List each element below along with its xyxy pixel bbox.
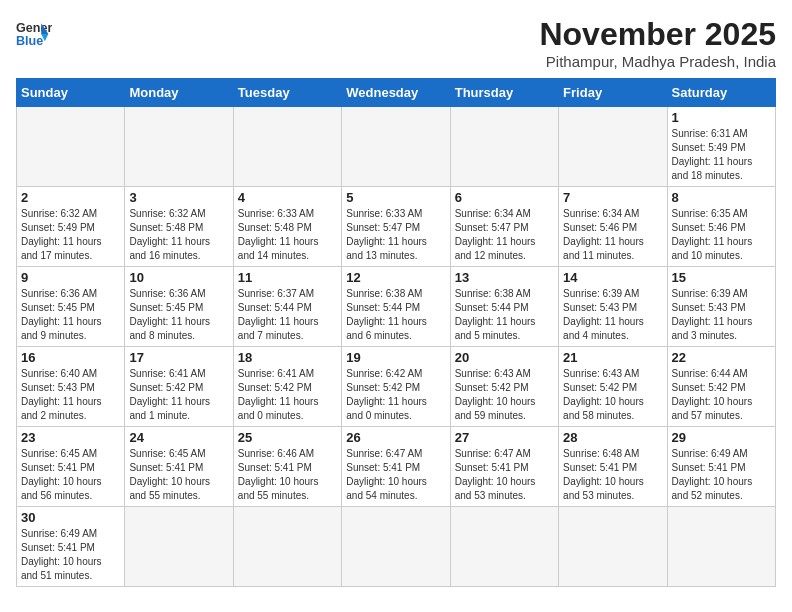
day-number: 27 (455, 430, 554, 445)
day-header-friday: Friday (559, 79, 667, 107)
calendar-table: SundayMondayTuesdayWednesdayThursdayFrid… (16, 78, 776, 587)
calendar-cell: 18Sunrise: 6:41 AM Sunset: 5:42 PM Dayli… (233, 347, 341, 427)
day-header-tuesday: Tuesday (233, 79, 341, 107)
day-info: Sunrise: 6:43 AM Sunset: 5:42 PM Dayligh… (563, 367, 662, 423)
day-info: Sunrise: 6:44 AM Sunset: 5:42 PM Dayligh… (672, 367, 771, 423)
day-number: 5 (346, 190, 445, 205)
calendar-cell: 8Sunrise: 6:35 AM Sunset: 5:46 PM Daylig… (667, 187, 775, 267)
calendar-cell (342, 107, 450, 187)
calendar-week-row: 30Sunrise: 6:49 AM Sunset: 5:41 PM Dayli… (17, 507, 776, 587)
day-info: Sunrise: 6:41 AM Sunset: 5:42 PM Dayligh… (238, 367, 337, 423)
calendar-cell (233, 107, 341, 187)
day-info: Sunrise: 6:47 AM Sunset: 5:41 PM Dayligh… (455, 447, 554, 503)
calendar-cell: 30Sunrise: 6:49 AM Sunset: 5:41 PM Dayli… (17, 507, 125, 587)
day-number: 21 (563, 350, 662, 365)
day-number: 19 (346, 350, 445, 365)
day-number: 17 (129, 350, 228, 365)
calendar-cell: 13Sunrise: 6:38 AM Sunset: 5:44 PM Dayli… (450, 267, 558, 347)
calendar-cell: 17Sunrise: 6:41 AM Sunset: 5:42 PM Dayli… (125, 347, 233, 427)
calendar-cell: 3Sunrise: 6:32 AM Sunset: 5:48 PM Daylig… (125, 187, 233, 267)
month-title: November 2025 (539, 16, 776, 53)
day-info: Sunrise: 6:35 AM Sunset: 5:46 PM Dayligh… (672, 207, 771, 263)
calendar-cell: 25Sunrise: 6:46 AM Sunset: 5:41 PM Dayli… (233, 427, 341, 507)
day-header-sunday: Sunday (17, 79, 125, 107)
day-info: Sunrise: 6:48 AM Sunset: 5:41 PM Dayligh… (563, 447, 662, 503)
calendar-cell (342, 507, 450, 587)
calendar-cell (17, 107, 125, 187)
day-info: Sunrise: 6:36 AM Sunset: 5:45 PM Dayligh… (21, 287, 120, 343)
day-number: 22 (672, 350, 771, 365)
calendar-cell: 27Sunrise: 6:47 AM Sunset: 5:41 PM Dayli… (450, 427, 558, 507)
logo: General Blue (16, 16, 52, 52)
day-number: 6 (455, 190, 554, 205)
day-number: 30 (21, 510, 120, 525)
day-number: 14 (563, 270, 662, 285)
day-number: 15 (672, 270, 771, 285)
day-info: Sunrise: 6:33 AM Sunset: 5:47 PM Dayligh… (346, 207, 445, 263)
logo-icon: General Blue (16, 16, 52, 52)
calendar-cell: 26Sunrise: 6:47 AM Sunset: 5:41 PM Dayli… (342, 427, 450, 507)
calendar-cell: 20Sunrise: 6:43 AM Sunset: 5:42 PM Dayli… (450, 347, 558, 427)
calendar-cell: 22Sunrise: 6:44 AM Sunset: 5:42 PM Dayli… (667, 347, 775, 427)
calendar-cell (125, 507, 233, 587)
day-number: 7 (563, 190, 662, 205)
calendar-cell: 7Sunrise: 6:34 AM Sunset: 5:46 PM Daylig… (559, 187, 667, 267)
calendar-cell: 11Sunrise: 6:37 AM Sunset: 5:44 PM Dayli… (233, 267, 341, 347)
day-info: Sunrise: 6:37 AM Sunset: 5:44 PM Dayligh… (238, 287, 337, 343)
day-number: 20 (455, 350, 554, 365)
calendar-cell: 21Sunrise: 6:43 AM Sunset: 5:42 PM Dayli… (559, 347, 667, 427)
day-info: Sunrise: 6:46 AM Sunset: 5:41 PM Dayligh… (238, 447, 337, 503)
day-info: Sunrise: 6:47 AM Sunset: 5:41 PM Dayligh… (346, 447, 445, 503)
calendar-cell: 9Sunrise: 6:36 AM Sunset: 5:45 PM Daylig… (17, 267, 125, 347)
calendar-cell: 5Sunrise: 6:33 AM Sunset: 5:47 PM Daylig… (342, 187, 450, 267)
day-header-saturday: Saturday (667, 79, 775, 107)
day-number: 29 (672, 430, 771, 445)
day-info: Sunrise: 6:33 AM Sunset: 5:48 PM Dayligh… (238, 207, 337, 263)
calendar-cell (450, 507, 558, 587)
day-number: 23 (21, 430, 120, 445)
day-number: 16 (21, 350, 120, 365)
calendar-week-row: 1Sunrise: 6:31 AM Sunset: 5:49 PM Daylig… (17, 107, 776, 187)
calendar-week-row: 16Sunrise: 6:40 AM Sunset: 5:43 PM Dayli… (17, 347, 776, 427)
day-info: Sunrise: 6:39 AM Sunset: 5:43 PM Dayligh… (563, 287, 662, 343)
calendar-cell: 23Sunrise: 6:45 AM Sunset: 5:41 PM Dayli… (17, 427, 125, 507)
calendar-cell (125, 107, 233, 187)
calendar-cell (450, 107, 558, 187)
location: Pithampur, Madhya Pradesh, India (539, 53, 776, 70)
day-info: Sunrise: 6:36 AM Sunset: 5:45 PM Dayligh… (129, 287, 228, 343)
day-info: Sunrise: 6:32 AM Sunset: 5:48 PM Dayligh… (129, 207, 228, 263)
day-number: 10 (129, 270, 228, 285)
day-header-wednesday: Wednesday (342, 79, 450, 107)
calendar-cell: 19Sunrise: 6:42 AM Sunset: 5:42 PM Dayli… (342, 347, 450, 427)
calendar-cell: 2Sunrise: 6:32 AM Sunset: 5:49 PM Daylig… (17, 187, 125, 267)
day-header-thursday: Thursday (450, 79, 558, 107)
day-number: 28 (563, 430, 662, 445)
calendar-cell (233, 507, 341, 587)
day-number: 24 (129, 430, 228, 445)
calendar-cell: 28Sunrise: 6:48 AM Sunset: 5:41 PM Dayli… (559, 427, 667, 507)
day-header-monday: Monday (125, 79, 233, 107)
day-number: 2 (21, 190, 120, 205)
title-block: November 2025 Pithampur, Madhya Pradesh,… (539, 16, 776, 70)
day-info: Sunrise: 6:43 AM Sunset: 5:42 PM Dayligh… (455, 367, 554, 423)
day-info: Sunrise: 6:31 AM Sunset: 5:49 PM Dayligh… (672, 127, 771, 183)
day-info: Sunrise: 6:38 AM Sunset: 5:44 PM Dayligh… (455, 287, 554, 343)
day-info: Sunrise: 6:45 AM Sunset: 5:41 PM Dayligh… (129, 447, 228, 503)
day-number: 8 (672, 190, 771, 205)
calendar-week-row: 23Sunrise: 6:45 AM Sunset: 5:41 PM Dayli… (17, 427, 776, 507)
calendar-cell (559, 107, 667, 187)
day-info: Sunrise: 6:32 AM Sunset: 5:49 PM Dayligh… (21, 207, 120, 263)
day-number: 25 (238, 430, 337, 445)
calendar-cell: 6Sunrise: 6:34 AM Sunset: 5:47 PM Daylig… (450, 187, 558, 267)
day-number: 26 (346, 430, 445, 445)
calendar-cell: 16Sunrise: 6:40 AM Sunset: 5:43 PM Dayli… (17, 347, 125, 427)
day-info: Sunrise: 6:49 AM Sunset: 5:41 PM Dayligh… (672, 447, 771, 503)
day-info: Sunrise: 6:40 AM Sunset: 5:43 PM Dayligh… (21, 367, 120, 423)
day-number: 9 (21, 270, 120, 285)
calendar-cell: 12Sunrise: 6:38 AM Sunset: 5:44 PM Dayli… (342, 267, 450, 347)
day-number: 11 (238, 270, 337, 285)
calendar-cell: 29Sunrise: 6:49 AM Sunset: 5:41 PM Dayli… (667, 427, 775, 507)
calendar-cell: 4Sunrise: 6:33 AM Sunset: 5:48 PM Daylig… (233, 187, 341, 267)
day-info: Sunrise: 6:34 AM Sunset: 5:47 PM Dayligh… (455, 207, 554, 263)
day-info: Sunrise: 6:45 AM Sunset: 5:41 PM Dayligh… (21, 447, 120, 503)
